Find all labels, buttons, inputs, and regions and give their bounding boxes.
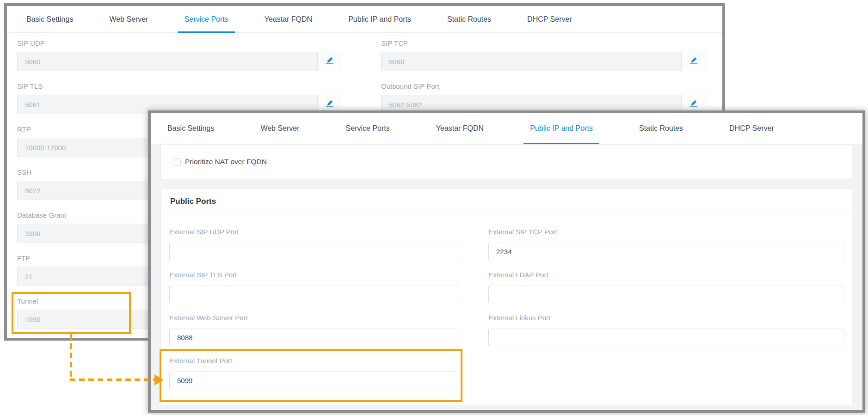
annotation-arrow-vertical — [70, 334, 72, 380]
front-tab-bar: Basic Settings Web Server Service Ports … — [151, 113, 862, 144]
field-row: External SIP TCP Port 2234 — [488, 228, 844, 260]
edit-pencil-icon — [326, 56, 334, 67]
external-linkus-port-input[interactable] — [488, 329, 844, 346]
sip-tcp-input[interactable]: 5060 — [381, 52, 682, 71]
tab-static-routes[interactable]: Static Routes — [447, 6, 491, 32]
sip-udp-edit-button[interactable] — [318, 52, 342, 71]
field-label: SIP UDP — [17, 39, 342, 48]
tab-public-ip-and-ports[interactable]: Public IP and Ports — [530, 113, 593, 144]
nat-option-card: Prioritize NAT over FQDN — [160, 144, 852, 179]
annotation-arrow-head-icon — [154, 374, 164, 385]
field-row: External SIP TLS Port — [169, 271, 458, 303]
external-web-server-port-input[interactable]: 8088 — [169, 329, 458, 346]
external-sip-udp-port-input[interactable] — [169, 243, 458, 260]
tab-dhcp-server[interactable]: DHCP Server — [527, 6, 572, 32]
external-sip-tls-port-input[interactable] — [169, 286, 458, 303]
prioritize-nat-label: Prioritize NAT over FQDN — [185, 158, 267, 166]
edit-pencil-icon — [689, 99, 698, 110]
tab-web-server[interactable]: Web Server — [109, 6, 148, 32]
field-row: SIP UDP 5060 — [17, 39, 342, 71]
tab-dhcp-server[interactable]: DHCP Server — [729, 113, 774, 144]
section-divider — [161, 213, 852, 213]
field-row: External Web Server Port 8088 — [169, 314, 458, 346]
edit-pencil-icon — [326, 99, 334, 110]
highlight-box-tunnel — [12, 292, 131, 334]
tab-basic-settings[interactable]: Basic Settings — [167, 113, 214, 144]
annotation-arrow-horizontal — [70, 378, 155, 381]
back-tab-bar: Basic Settings Web Server Service Ports … — [7, 6, 722, 33]
tab-yeastar-fqdn[interactable]: Yeastar FQDN — [265, 6, 312, 32]
field-row: Outbound SIP Port 5062-5082 — [381, 82, 706, 114]
field-row: External Linkus Port — [488, 314, 844, 346]
field-row: External LDAP Port — [488, 271, 844, 303]
field-label: SIP TLS — [17, 82, 342, 91]
tab-service-ports[interactable]: Service Ports — [185, 6, 228, 32]
field-label: External Web Server Port — [169, 314, 458, 322]
tab-static-routes[interactable]: Static Routes — [639, 113, 683, 144]
external-sip-tcp-port-input[interactable]: 2234 — [488, 243, 844, 260]
field-label: External SIP TLS Port — [169, 271, 458, 279]
public-ports-title: Public Ports — [161, 189, 852, 206]
sip-tcp-edit-button[interactable] — [682, 52, 706, 71]
sip-udp-input[interactable]: 5060 — [17, 52, 318, 71]
front-right-column: External SIP TCP Port 2234 External LDAP… — [488, 228, 844, 357]
tab-web-server[interactable]: Web Server — [260, 113, 299, 144]
field-label: Outbound SIP Port — [381, 82, 706, 91]
edit-pencil-icon — [689, 56, 698, 67]
external-ldap-port-input[interactable] — [488, 286, 844, 303]
field-label: External SIP UDP Port — [169, 228, 458, 236]
highlight-box-external-tunnel-port — [160, 349, 462, 402]
field-row: SIP TCP 5060 — [381, 39, 706, 71]
field-label: External LDAP Port — [488, 271, 844, 279]
tab-basic-settings[interactable]: Basic Settings — [26, 6, 73, 32]
tab-service-ports[interactable]: Service Ports — [346, 113, 390, 144]
field-row: SIP TLS 5061 — [17, 82, 342, 114]
tab-yeastar-fqdn[interactable]: Yeastar FQDN — [436, 113, 484, 144]
field-label: SIP TCP — [381, 39, 706, 48]
field-label: External Linkus Port — [488, 314, 844, 322]
field-label: External SIP TCP Port — [488, 228, 844, 236]
field-row: External SIP UDP Port — [169, 228, 458, 260]
prioritize-nat-checkbox[interactable] — [173, 158, 181, 166]
tab-public-ip-and-ports[interactable]: Public IP and Ports — [348, 6, 411, 32]
